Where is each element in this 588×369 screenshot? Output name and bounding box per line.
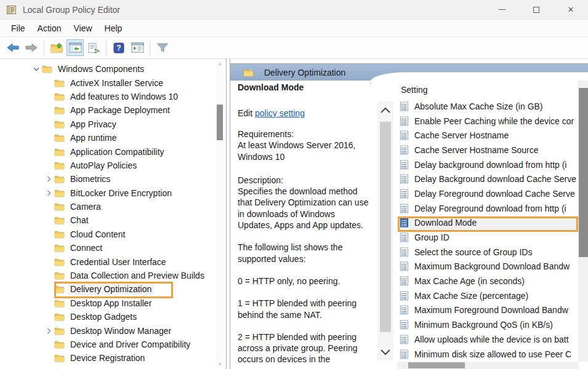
setting-row[interactable]: Maximum Background Download Bandw xyxy=(400,260,578,274)
menu-help[interactable]: Help xyxy=(99,21,129,36)
tree-scrollbar-thumb[interactable] xyxy=(217,105,223,140)
tree-item[interactable]: Desktop Window Manager xyxy=(0,323,217,337)
setting-row[interactable]: Maximum Foreground Download Bandw xyxy=(400,303,578,318)
tree-item[interactable]: App Privacy xyxy=(0,117,217,131)
minimize-button[interactable] xyxy=(485,0,519,19)
setting-row[interactable]: Delay Background download Cache Serve xyxy=(400,172,578,186)
setting-row[interactable]: Delay Foreground download Cache Serve xyxy=(400,186,578,201)
tree-item[interactable]: Device and Driver Compatibility xyxy=(0,338,217,351)
tree-item[interactable]: Connect xyxy=(0,241,217,255)
tree-item[interactable]: Chat xyxy=(0,213,217,227)
up-one-level-button[interactable] xyxy=(48,39,65,56)
folder-icon xyxy=(54,327,66,335)
setting-row[interactable]: Delay Foreground download from http (i xyxy=(400,201,578,216)
back-button[interactable] xyxy=(4,39,22,56)
setting-row[interactable]: Minimum disk size allowed to use Peer C xyxy=(400,347,578,360)
scroll-up-chevron[interactable] xyxy=(380,106,391,114)
tree-item[interactable]: Windows Components xyxy=(0,62,217,76)
tree-item-label: Connect xyxy=(68,242,105,253)
tree-item[interactable]: App Package Deployment xyxy=(0,103,217,117)
tree-item-label: Cloud Content xyxy=(68,229,128,240)
setting-label: Download Mode xyxy=(414,218,477,228)
policy-icon xyxy=(400,160,414,170)
chevron-icon[interactable] xyxy=(43,328,54,334)
setting-label: Allow uploads while the device is on bat… xyxy=(414,335,569,344)
setting-row[interactable]: Group ID xyxy=(400,230,578,245)
tree-item[interactable]: Desktop App Installer xyxy=(0,296,217,310)
tree-item[interactable]: BitLocker Drive Encryption xyxy=(0,186,217,200)
tree-item[interactable]: Cloud Content xyxy=(0,228,217,241)
setting-row[interactable]: Max Cache Age (in seconds) xyxy=(400,274,578,288)
toolbar-separator xyxy=(44,41,44,55)
show-properties-button[interactable] xyxy=(129,39,146,56)
value-0-text: 0 = HTTP only, no peering. xyxy=(238,276,387,287)
settings-horizontal-scrollbar-thumb[interactable] xyxy=(408,362,465,368)
filter-button[interactable] xyxy=(154,39,171,56)
maximize-button[interactable] xyxy=(519,0,554,19)
policy-icon xyxy=(400,261,414,271)
scroll-down-chevron[interactable] xyxy=(380,348,391,355)
edit-prefix: Edit xyxy=(238,108,252,118)
tree-item[interactable]: ActiveX Installer Service xyxy=(0,76,217,89)
tree-item[interactable] xyxy=(0,365,217,369)
setting-row[interactable]: Max Cache Size (percentage) xyxy=(400,288,578,303)
tree-item[interactable]: App runtime xyxy=(0,131,217,145)
chevron-icon[interactable] xyxy=(31,67,42,71)
folder-icon xyxy=(54,175,66,183)
details-pane: Delivery Optimization Download Mode Edit… xyxy=(230,59,588,369)
setting-row[interactable]: Download Mode xyxy=(400,216,578,231)
chevron-icon[interactable] xyxy=(43,176,54,182)
folder-icon xyxy=(54,133,66,142)
settings-scrollbar[interactable] xyxy=(578,81,588,362)
setting-row[interactable]: Cache Server Hostname Source xyxy=(400,143,578,157)
policy-icon xyxy=(400,349,414,359)
setting-column-header[interactable]: Setting xyxy=(401,85,428,95)
tree-item[interactable]: Desktop Gadgets xyxy=(0,310,217,323)
policy-icon xyxy=(400,145,414,155)
setting-row[interactable]: Select the source of Group IDs xyxy=(400,245,578,260)
menu-view[interactable]: View xyxy=(67,21,98,36)
setting-row[interactable]: Cache Server Hostname xyxy=(400,128,578,143)
scroll-up-arrow[interactable]: ▲ xyxy=(216,61,224,66)
setting-label: Maximum Foreground Download Bandw xyxy=(414,305,568,315)
settings-scrollbar-thumb[interactable] xyxy=(579,88,588,257)
tree-item[interactable]: Camera xyxy=(0,200,217,213)
help-button[interactable]: ? xyxy=(110,39,127,56)
close-button[interactable]: ✕ xyxy=(554,0,588,19)
policy-icon xyxy=(400,204,414,213)
tree-item[interactable]: AutoPlay Policies xyxy=(0,159,217,172)
tree-item[interactable]: Device Registration xyxy=(0,351,217,365)
description-scrollbar[interactable] xyxy=(377,101,393,360)
setting-row[interactable]: Allow uploads while the device is on bat… xyxy=(400,332,578,347)
policy-icon xyxy=(400,320,414,330)
chevron-icon[interactable] xyxy=(43,190,54,196)
export-list-button[interactable] xyxy=(85,39,102,56)
tree-item[interactable]: Application Compatibility xyxy=(0,145,217,158)
tree-scrollbar[interactable]: ▲ ▼ xyxy=(216,60,224,368)
scroll-down-arrow[interactable]: ▼ xyxy=(216,362,224,367)
menu-action[interactable]: Action xyxy=(31,21,68,36)
tree-item-label: Windows Components xyxy=(55,63,147,74)
policy-setting-link[interactable]: policy setting xyxy=(255,108,305,118)
setting-label: Absolute Max Cache Size (in GB) xyxy=(414,101,543,111)
tree-item[interactable]: Credential User Interface xyxy=(0,255,217,268)
tree-item[interactable]: Add features to Windows 10 xyxy=(0,90,217,103)
tree-item-label: Desktop Gadgets xyxy=(68,311,139,322)
folder-icon xyxy=(42,65,54,73)
policy-icon xyxy=(400,291,414,301)
forward-button[interactable] xyxy=(23,39,40,56)
show-console-tree-button[interactable] xyxy=(66,39,84,56)
settings-horizontal-scrollbar[interactable] xyxy=(398,362,578,369)
tree-item[interactable]: Data Collection and Preview Builds xyxy=(0,269,217,282)
filter-icon xyxy=(156,42,169,53)
local-group-policy-editor-window: Local Group Policy Editor ✕ File Action … xyxy=(0,0,588,369)
setting-row[interactable]: Minimum Background QoS (in KB/s) xyxy=(400,317,578,332)
setting-row[interactable]: Enable Peer Caching while the device cor xyxy=(400,114,578,129)
tree-item[interactable]: Delivery Optimization xyxy=(0,282,217,296)
tree-item[interactable]: Biometrics xyxy=(0,172,217,186)
folder-icon xyxy=(54,299,66,308)
setting-row[interactable]: Absolute Max Cache Size (in GB) xyxy=(400,99,578,114)
setting-row[interactable]: Delay background download from http (i xyxy=(400,157,578,172)
menu-file[interactable]: File xyxy=(5,21,31,36)
description-scrollbar-thumb[interactable] xyxy=(380,122,391,332)
